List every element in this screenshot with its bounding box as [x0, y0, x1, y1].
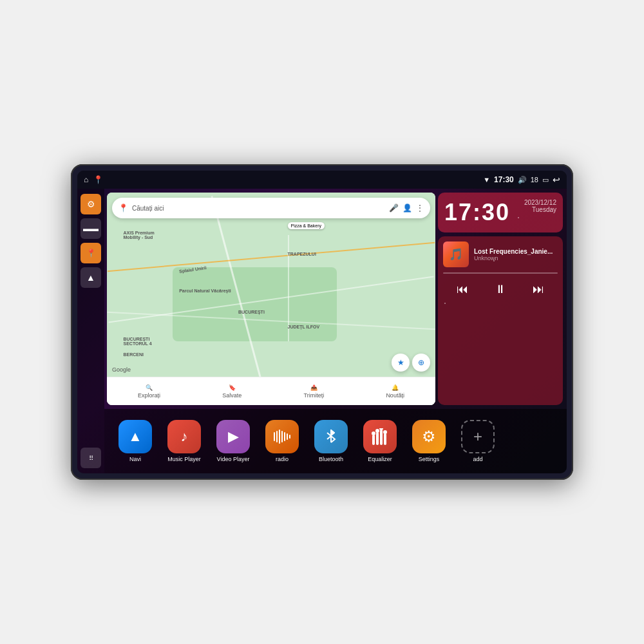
maps-status-icon[interactable]: 📍 [93, 175, 103, 184]
explore-label: Explorați [138, 392, 160, 399]
svg-rect-5 [287, 433, 288, 440]
files-icon: ▬▬ [83, 224, 99, 233]
navi-label: Navi [129, 456, 141, 462]
equalizer-icon [363, 420, 397, 453]
track-info: 🎵 Lost Frequencies_Janie... Unknown [443, 242, 558, 267]
svg-rect-10 [380, 430, 383, 445]
track-details: Lost Frequencies_Janie... Unknown [474, 248, 553, 261]
battery-level: 18 [531, 176, 538, 184]
radio-icon [265, 420, 299, 453]
app-radio[interactable]: radio [259, 420, 305, 462]
battery-icon: ▭ [542, 176, 549, 184]
nav-arrow-icon: ▲ [86, 272, 95, 283]
status-time: 17:30 [494, 175, 514, 184]
music-player-icon: ♪ [167, 420, 201, 453]
map-news-button[interactable]: 🔔Noutăți [386, 384, 404, 399]
prev-button[interactable]: ⏮ [452, 279, 473, 299]
sidebar-apps-button[interactable]: ⠿ [80, 448, 101, 468]
top-panels: AXIS PremiumMobility - Sud Parcul Natura… [104, 189, 567, 409]
navi-icon: ▲ [118, 420, 152, 453]
map-label-sector: BUCUREȘTISECTORUL 4 [124, 337, 152, 346]
map-search-bar[interactable]: 📍 Căutați aici 🎤 👤 ⋮ [112, 198, 430, 218]
video-play-icon: ▶ [228, 428, 239, 445]
app-bluetooth[interactable]: Bluetooth [308, 420, 354, 462]
search-input[interactable]: Căutați aici [132, 205, 385, 212]
music-widget: 🎵 Lost Frequencies_Janie... Unknown ⏮ [438, 236, 563, 405]
map-label-axis: AXIS PremiumMobility - Sud [124, 231, 155, 240]
app-navi[interactable]: ▲ Navi [112, 420, 158, 462]
map-label-ilfov: JUDEȚL ILFOV [288, 325, 320, 329]
screen: ⌂ 📍 ▼ 17:30 🔊 18 ▭ ↩ ⚙ [77, 171, 567, 473]
sidebar-maps-button[interactable]: 📍 [80, 243, 101, 263]
back-icon[interactable]: ↩ [553, 175, 560, 185]
google-maps-icon: 📍 [118, 204, 128, 213]
sidebar-settings-button[interactable]: ⚙ [80, 194, 101, 214]
add-app-icon: + [461, 420, 495, 453]
clock-date: 2023/12/12 Tuesday [524, 199, 556, 213]
app-add[interactable]: + add [455, 420, 501, 462]
album-art: 🎵 [443, 242, 469, 267]
account-icon[interactable]: 👤 [402, 204, 412, 213]
right-panel: 17:30 2023/12/12 Tuesday [438, 189, 567, 409]
apps-grid-icon: ⠿ [89, 455, 93, 462]
home-icon[interactable]: ⌂ [84, 175, 88, 184]
bluetooth-symbol-icon [325, 428, 337, 445]
svg-rect-11 [384, 433, 386, 445]
more-icon[interactable]: ⋮ [416, 204, 424, 213]
main-area: ⚙ ▬▬ 📍 ▲ ⠿ [77, 189, 567, 473]
sidebar-nav-button[interactable]: ▲ [80, 267, 101, 288]
map-pin-pizza[interactable]: Pizza & Bakery [288, 222, 325, 229]
bluetooth-label: Bluetooth [319, 456, 343, 462]
svg-point-14 [379, 428, 383, 430]
map-label-buc: BUCUREȘTI [238, 310, 265, 314]
map-star-button[interactable]: ★ [392, 354, 410, 372]
app-equalizer[interactable]: Equalizer [357, 420, 403, 462]
track-title: Lost Frequencies_Janie... [474, 248, 553, 255]
volume-icon: 🔊 [518, 176, 527, 184]
radio-waves-icon [273, 430, 291, 444]
map-explore-button[interactable]: 🔍Explorați [138, 384, 160, 399]
svg-rect-4 [284, 432, 285, 441]
map-saved-button[interactable]: 🔖Salvate [222, 384, 242, 399]
svg-rect-8 [372, 435, 375, 445]
sidebar-files-button[interactable]: ▬▬ [80, 218, 101, 239]
svg-rect-2 [279, 430, 280, 444]
status-bar: ⌂ 📍 ▼ 17:30 🔊 18 ▭ ↩ [77, 171, 567, 189]
next-button[interactable]: ⏭ [528, 279, 549, 299]
album-art-image: 🎵 [443, 242, 469, 267]
music-note-icon: ♪ [181, 428, 188, 445]
clock-widget: 17:30 2023/12/12 Tuesday [438, 193, 563, 232]
google-logo: Google [112, 366, 131, 373]
map-panel[interactable]: AXIS PremiumMobility - Sud Parcul Natura… [107, 193, 435, 405]
svg-rect-3 [281, 431, 283, 442]
add-label: add [473, 456, 482, 462]
svg-point-15 [383, 430, 387, 434]
map-location-button[interactable]: ⊕ [412, 354, 430, 372]
saved-label: Salvate [222, 392, 242, 399]
map-label-berceni: BERCENI [124, 352, 144, 357]
content-area: AXIS PremiumMobility - Sud Parcul Natura… [104, 189, 567, 473]
settings-label: Settings [419, 456, 440, 462]
track-artist: Unknown [474, 255, 553, 261]
progress-bar[interactable] [443, 272, 558, 274]
news-label: Noutăți [386, 392, 404, 399]
sidebar: ⚙ ▬▬ 📍 ▲ ⠿ [77, 189, 104, 473]
gear-icon: ⚙ [422, 428, 436, 446]
microphone-icon[interactable]: 🎤 [389, 204, 399, 213]
play-pause-button[interactable]: ⏸ [490, 279, 511, 299]
plus-icon: + [473, 428, 482, 446]
svg-rect-6 [289, 435, 290, 439]
app-music-player[interactable]: ♪ Music Player [161, 420, 207, 462]
map-share-button[interactable]: 📤Trimiteți [304, 384, 325, 399]
music-player-label: Music Player [167, 456, 201, 462]
app-video-player[interactable]: ▶ Video Player [210, 420, 256, 462]
radio-label: radio [276, 456, 289, 462]
status-bar-right: ▼ 17:30 🔊 18 ▭ ↩ [483, 175, 560, 185]
svg-rect-9 [376, 432, 379, 445]
wifi-icon: ▼ [483, 176, 490, 184]
navi-arrow-icon: ▲ [128, 428, 142, 445]
map-pin-icon: 📍 [86, 249, 96, 258]
app-settings[interactable]: ⚙ Settings [406, 420, 452, 462]
equalizer-label: Equalizer [368, 456, 392, 462]
clock-time: 17:30 [444, 199, 510, 226]
